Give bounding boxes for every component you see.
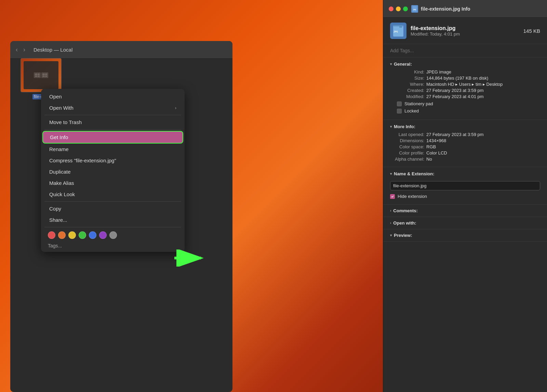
close-button[interactable] [389,6,393,11]
stationery-pad-row[interactable]: Stationery pad [397,101,540,106]
tags-input[interactable] [390,48,540,53]
general-section: ▾ General: Kind: JPEG image Size: 144,86… [383,57,547,120]
open-with-section-header[interactable]: › Open with: [390,220,540,226]
kind-row: Kind: JPEG image [390,69,540,75]
file-type-icon: JPG [411,5,418,13]
dimensions-value: 1434×968 [426,138,540,143]
submenu-arrow-icon: › [175,105,176,110]
menu-item-get-info[interactable]: Get Info [42,131,183,144]
menu-item-copy[interactable]: Copy [42,203,183,214]
modified-row: Modified: 27 February 2023 at 4:01 pm [390,94,540,99]
svg-text:JPG: JPG [413,9,416,11]
tag-red[interactable] [48,231,55,239]
modified-label: Modified: [390,94,424,99]
more-info-section: ▾ More Info: Last opened: 27 February 20… [383,120,547,167]
hide-extension-checkbox[interactable] [390,194,395,199]
minimize-button[interactable] [396,6,401,11]
menu-item-compress[interactable]: Compress "file-extension.jpg" [42,155,183,166]
maximize-button[interactable] [403,6,408,11]
stationery-pad-label: Stationery pad [404,101,433,106]
alpha-channel-row: Alpha channel: No [390,157,540,162]
color-profile-label: Color profile: [390,150,424,156]
menu-item-move-to-trash[interactable]: Move to Trash [42,117,183,128]
last-opened-row: Last opened: 27 February 2023 at 3:59 pm [390,132,540,137]
locked-checkbox[interactable] [397,109,402,113]
general-section-header[interactable]: ▾ General: [390,62,540,67]
separator-1 [44,115,181,115]
tag-blue[interactable] [89,231,96,239]
color-profile-row: Color profile: Color LCD [390,150,540,156]
more-info-section-header[interactable]: ▾ More Info: [390,124,540,129]
nav-forward-button[interactable]: › [23,46,25,53]
open-with-section-title: Open with: [393,220,416,226]
last-opened-label: Last opened: [390,132,424,137]
open-with-section: › Open with: [383,217,547,229]
info-file-modified: Modified: Today, 4:01 pm [411,31,523,37]
dimensions-row: Dimensions: 1434×968 [390,138,540,143]
info-panel-title: file-extension.jpg Info [421,6,470,12]
menu-item-share[interactable]: Share... [42,214,183,226]
preview-section: ▾ Preview: [383,229,547,242]
info-panel: JPG file-extension.jpg Info JPG file-ext… [383,0,547,392]
finder-title: Desktop — Local [34,47,72,53]
name-extension-header[interactable]: ▾ Name & Extension: [390,171,540,176]
chevron-down-icon: ▾ [390,62,392,66]
last-opened-value: 27 February 2023 at 3:59 pm [426,132,540,137]
separator-3 [44,201,181,202]
name-extension-title: Name & Extension: [394,171,434,176]
tags-label[interactable]: Tags... [41,242,185,250]
menu-item-duplicate[interactable]: Duplicate [42,166,183,177]
size-value: 144,864 bytes (197 KB on disk) [426,76,540,81]
color-space-row: Color space: RGB [390,144,540,149]
alpha-channel-label: Alpha channel: [390,157,424,162]
chevron-right-icon: › [390,209,391,213]
size-row: Size: 144,864 bytes (197 KB on disk) [390,76,540,81]
color-space-value: RGB [426,144,540,149]
comments-section: › Comments: [383,205,547,217]
menu-item-make-alias[interactable]: Make Alias [42,177,183,189]
locked-row[interactable]: Locked [397,108,540,113]
green-arrow-indicator [174,249,205,271]
info-file-size: 145 KB [523,28,540,34]
more-info-section-title: More Info: [394,124,415,129]
tag-orange[interactable] [58,231,66,239]
kind-label: Kind: [390,69,424,75]
preview-section-header[interactable]: ▾ Preview: [390,233,540,238]
tag-yellow[interactable] [68,231,76,239]
hide-extension-label: Hide extension [398,194,427,199]
file-thumbnail [21,58,62,92]
dimensions-label: Dimensions: [390,138,424,143]
modified-value: 27 February 2023 at 4:01 pm [426,94,540,99]
nav-back-button[interactable]: ‹ [16,46,18,53]
color-profile-value: Color LCD [426,150,540,156]
stationery-pad-checkbox[interactable] [397,102,402,106]
svg-rect-7 [399,25,402,28]
hide-extension-row[interactable]: Hide extension [390,194,540,199]
tag-green[interactable] [79,231,86,239]
tags-input-area[interactable] [383,44,547,57]
where-row: Where: Macintosh HD ▸ Users ▸ tim ▸ Desk… [390,82,540,87]
traffic-lights [389,6,408,11]
comments-section-title: Comments: [393,208,418,213]
tag-purple[interactable] [99,231,107,239]
chevron-down-icon: ▾ [390,233,392,237]
menu-item-rename[interactable]: Rename [42,144,183,155]
chevron-right-icon: › [390,221,391,225]
info-file-name: file-extension.jpg [411,25,523,31]
filename-input[interactable] [390,181,540,190]
tag-gray[interactable] [109,231,117,239]
info-title: JPG file-extension.jpg Info [411,5,470,13]
menu-item-quick-look[interactable]: Quick Look [42,189,183,200]
separator-2 [44,129,181,130]
menu-item-open-with[interactable]: Open With › [42,102,183,113]
info-file-details: file-extension.jpg Modified: Today, 4:01… [411,25,523,37]
comments-section-header[interactable]: › Comments: [390,208,540,213]
info-titlebar: JPG file-extension.jpg Info [383,0,547,18]
menu-item-open[interactable]: Open [42,91,183,102]
kind-value: JPEG image [426,69,540,75]
finder-toolbar: ‹ › Desktop — Local [10,41,232,59]
info-file-icon: JPG [390,23,406,39]
chevron-down-icon: ▾ [390,125,392,129]
created-value: 27 February 2023 at 3:59 pm [426,88,540,93]
chevron-down-icon: ▾ [390,172,392,176]
